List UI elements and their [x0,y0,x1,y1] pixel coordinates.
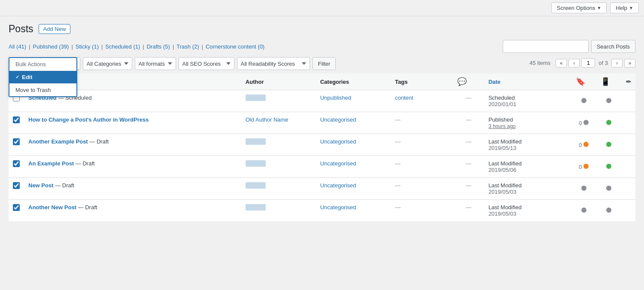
screen-options-button[interactable]: Screen Options ▼ [551,3,607,13]
filter-all[interactable]: All (41) [9,43,26,50]
row-categories-cell: Uncategorised [316,134,391,156]
filter-readability-select[interactable]: All Readability Scores [237,57,310,70]
page-body: Posts Add New All (41) | Published (39) … [0,16,644,228]
date-status: Last Modified [489,160,522,167]
author-blurred [246,138,266,145]
date-value: 2019/05/03 [489,189,516,195]
post-title-link[interactable]: An Example Post [28,160,74,167]
table-row: An Example Post — Draft Uncategorised — … [9,156,635,178]
filter-trash[interactable]: Trash (2) [176,43,199,50]
first-page-button[interactable]: « [556,59,567,67]
search-input[interactable] [503,40,589,53]
post-status: — Draft [55,182,74,189]
row-checkbox[interactable] [13,138,20,145]
filter-seo-select[interactable]: All SEO Scores [179,57,234,70]
row-readability-cell [596,156,621,178]
category-link[interactable]: Uncategorised [320,138,356,145]
table-row: New Post — Draft Uncategorised — — Last … [9,178,635,200]
items-count: 45 items [529,60,550,66]
bulk-action-trash[interactable]: Move to Trash [9,84,76,96]
date-status: Last Modified [489,182,522,189]
orange-dot [583,164,589,169]
category-link[interactable]: Unpublished [320,95,351,101]
row-readability-cell [596,112,621,134]
category-link[interactable]: Uncategorised [320,116,356,123]
row-readability-cell [596,200,621,222]
row-readability-cell [596,178,621,200]
row-extra-cell [621,178,635,200]
next-page-button[interactable]: › [611,59,623,67]
row-checkbox[interactable] [13,116,20,123]
prev-page-button[interactable]: ‹ [568,59,580,67]
pen-icon: ✒ [626,78,631,85]
category-link[interactable]: Uncategorised [320,204,356,211]
row-checkbox-cell [9,112,24,134]
post-status: — Draft [78,204,97,211]
row-title-cell: How to Change a Post's Author in WordPre… [24,112,241,134]
post-title-link[interactable]: How to Change a Post's Author in WordPre… [28,116,149,123]
table-row: Scheduled — Scheduled Unpublished conten… [9,90,635,112]
filter-sticky[interactable]: Sticky (1) [76,43,99,50]
filter-drafts[interactable]: Drafts (5) [147,43,170,50]
row-categories-cell: Uncategorised [316,200,391,222]
col-header-tags: Tags [391,73,453,90]
row-checkbox-cell [9,178,24,200]
row-checkbox[interactable] [13,182,20,189]
seo-icon: 🔖 [576,77,585,86]
table-row: How to Change a Post's Author in WordPre… [9,112,635,134]
row-categories-cell: Unpublished [316,90,391,112]
tag-link[interactable]: content [395,95,413,101]
row-categories-cell: Uncategorised [316,178,391,200]
page-number-input[interactable] [581,58,595,67]
row-extra-cell [621,112,635,134]
last-page-button[interactable]: » [624,59,635,67]
gray-dot [606,98,611,103]
row-tags-cell: — [391,112,453,134]
category-link[interactable]: Uncategorised [320,182,356,189]
help-button[interactable]: Help ▼ [610,3,639,13]
row-extra-cell [621,200,635,222]
row-title-cell: An Example Post — Draft [24,156,241,178]
filter-scheduled[interactable]: Scheduled (1) [105,43,140,50]
bulk-action-edit[interactable]: ✓ Edit [9,71,76,84]
filter-formats-select[interactable]: All formats [135,57,176,70]
gray-dot [606,186,611,191]
bulk-action-default[interactable]: Bulk Actions [9,58,76,71]
post-title-link[interactable]: Another Example Post [28,138,88,145]
gray-dot [583,120,589,125]
screen-options-arrow-icon: ▼ [597,6,601,10]
col-header-date[interactable]: Date [484,73,571,90]
search-posts-button[interactable]: Search Posts [591,40,635,53]
screen-options-label: Screen Options [557,5,595,11]
tags-dash: — [395,116,401,123]
filter-categories-select[interactable]: All Categories [83,57,132,70]
date-status: Last Modified [489,204,522,211]
filter-button[interactable]: Filter [313,57,336,70]
row-checkbox[interactable] [13,160,20,167]
row-seo-cell [571,90,596,112]
row-seo-cell: 0 [571,156,596,178]
row-seo-cell [571,200,596,222]
row-readability-cell [596,90,621,112]
comments-dash: — [466,116,471,123]
row-checkbox[interactable] [13,204,20,211]
category-link[interactable]: Uncategorised [320,160,356,167]
bulk-action-trash-label: Move to Trash [15,87,51,93]
post-title-link[interactable]: Another New Post [28,204,76,211]
filter-cornerstone[interactable]: Cornerstone content (0) [206,43,264,50]
row-comments-cell: — [453,112,484,134]
author-link[interactable]: Old Author Name [246,116,289,123]
post-title-link[interactable]: New Post [28,182,54,189]
author-blurred [246,204,266,211]
date-value: 2019/05/13 [489,145,516,151]
add-new-button[interactable]: Add New [39,24,71,34]
row-author-cell [241,134,316,156]
row-tags-cell: — [391,134,453,156]
row-date-cell: Last Modified 2019/05/13 [484,134,571,156]
author-blurred [246,182,266,189]
row-tags-cell: — [391,200,453,222]
date-status: Published [489,116,513,123]
row-tags-cell: — [391,178,453,200]
row-title-cell: New Post — Draft [24,178,241,200]
filter-published[interactable]: Published (39) [33,43,69,50]
